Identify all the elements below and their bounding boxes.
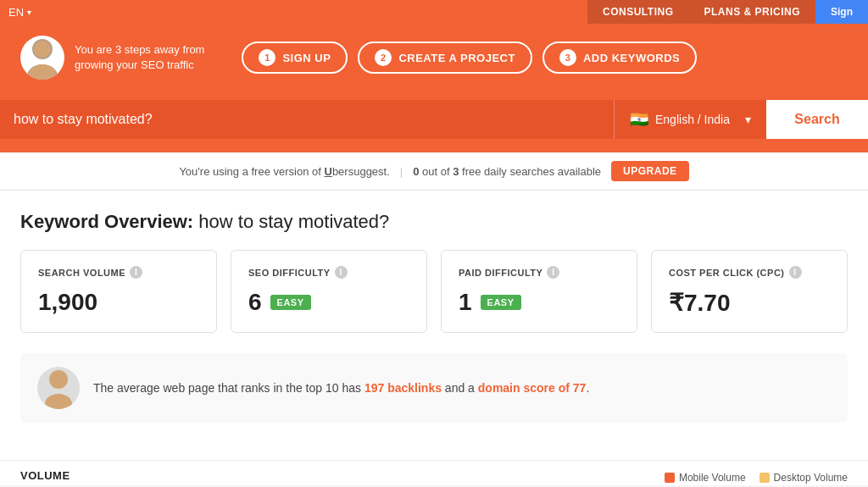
legend-desktop: Desktop Volume <box>760 472 848 484</box>
step-1-button[interactable]: 1 SIGN UP <box>242 42 348 74</box>
volume-legend: Mobile Volume Desktop Volume <box>665 472 848 484</box>
lang-dropdown-icon: ▾ <box>745 113 751 126</box>
tagline-line2: growing your SEO traffic <box>75 58 204 73</box>
search-input-wrap <box>0 100 614 139</box>
paid-difficulty-info-icon[interactable]: i <box>547 266 559 279</box>
insight-avatar-image <box>37 367 80 409</box>
insight-middle: and a <box>442 381 478 395</box>
seo-difficulty-number: 6 <box>248 289 262 316</box>
paid-difficulty-badge: EASY <box>481 295 521 310</box>
metric-card-seo-difficulty: SEO DIFFICULTY i 6 EASY <box>231 250 427 333</box>
banner-text1: You're using a free version of Ubersugge… <box>179 165 389 178</box>
metric-value-seo-difficulty: 6 EASY <box>248 289 409 316</box>
hero-section: You are 3 steps away from growing your S… <box>0 24 868 91</box>
volume-section: VOLUME Mobile Volume Desktop Volume <box>0 460 868 485</box>
search-volume-info-icon[interactable]: i <box>130 266 142 279</box>
cpc-info-icon[interactable]: i <box>789 266 802 279</box>
cpc-number: ₹7.70 <box>669 289 731 317</box>
svg-point-3 <box>29 64 56 80</box>
insight-avatar <box>37 367 80 409</box>
metric-card-cpc: COST PER CLICK (CPC) i ₹7.70 <box>651 250 848 333</box>
insight-row: The average web page that ranks in the t… <box>20 353 848 423</box>
seo-difficulty-badge: EASY <box>270 295 311 310</box>
step-3-num: 3 <box>559 49 576 66</box>
svg-point-4 <box>49 370 68 389</box>
step-3-button[interactable]: 3 ADD KEYWORDS <box>542 42 697 74</box>
metric-card-paid-difficulty: PAID DIFFICULTY i 1 EASY <box>441 250 637 333</box>
metric-label-search-volume: SEARCH VOLUME i <box>38 266 199 279</box>
lang-code: EN <box>8 6 24 19</box>
step-3-label: ADD KEYWORDS <box>583 52 680 64</box>
lang-chevron-icon: ▾ <box>27 8 31 17</box>
desktop-volume-label: Desktop Volume <box>774 472 848 484</box>
insight-domain-score: domain score of 77 <box>478 381 587 395</box>
lang-badge[interactable]: EN ▾ <box>8 6 31 19</box>
insight-prefix: The average web page that ranks in the t… <box>93 381 364 395</box>
pricing-button[interactable]: PLANS & PRICING <box>688 0 815 24</box>
svg-point-5 <box>45 394 72 409</box>
upgrade-button[interactable]: UPGRADE <box>611 161 689 181</box>
hero-avatar-section: You are 3 steps away from growing your S… <box>20 36 204 80</box>
metric-label-seo-difficulty: SEO DIFFICULTY i <box>248 266 409 279</box>
steps-section: 1 SIGN UP 2 CREATE A PROJECT 3 ADD KEYWO… <box>242 42 697 74</box>
hero-tagline: You are 3 steps away from growing your S… <box>75 42 204 73</box>
upgrade-banner: You're using a free version of Ubersugge… <box>0 152 868 191</box>
top-nav: EN ▾ CONSULTING PLANS & PRICING Sign <box>0 0 868 24</box>
svg-point-2 <box>34 41 51 58</box>
metric-cards: SEARCH VOLUME i 1,900 SEO DIFFICULTY i 6… <box>20 250 848 333</box>
mobile-volume-dot <box>665 473 675 483</box>
search-button[interactable]: Search <box>766 100 868 139</box>
paid-difficulty-number: 1 <box>459 289 472 316</box>
metric-label-paid-difficulty: PAID DIFFICULTY i <box>459 266 620 279</box>
search-bar: 🇮🇳 English / India ▾ Search <box>0 91 868 152</box>
volume-title: VOLUME <box>20 469 70 482</box>
search-input[interactable] <box>14 112 600 127</box>
language-selector[interactable]: 🇮🇳 English / India ▾ <box>614 100 766 139</box>
step-1-num: 1 <box>259 49 275 66</box>
desktop-volume-dot <box>760 473 770 483</box>
avatar <box>20 36 64 80</box>
banner-text2: 0 out of 3 free daily searches available <box>413 165 601 178</box>
main-content: Keyword Overview: how to stay motivated?… <box>0 191 868 460</box>
title-keyword: how to stay motivated? <box>198 211 389 232</box>
insight-backlinks: 197 backlinks <box>364 381 442 395</box>
step-2-label: CREATE A PROJECT <box>398 52 515 64</box>
step-2-button[interactable]: 2 CREATE A PROJECT <box>358 42 532 74</box>
lang-label: English / India <box>655 113 730 126</box>
metric-value-search-volume: 1,900 <box>38 289 199 316</box>
legend-mobile: Mobile Volume <box>665 472 746 484</box>
step-2-num: 2 <box>375 49 392 66</box>
title-bold: Keyword Overview: <box>20 211 193 232</box>
top-nav-actions: CONSULTING PLANS & PRICING Sign <box>587 0 868 24</box>
flag-icon: 🇮🇳 <box>630 110 648 129</box>
insight-suffix: . <box>586 381 589 395</box>
insight-text: The average web page that ranks in the t… <box>93 379 589 397</box>
metric-label-cpc: COST PER CLICK (CPC) i <box>669 266 830 279</box>
metric-card-search-volume: SEARCH VOLUME i 1,900 <box>20 250 217 333</box>
seo-difficulty-info-icon[interactable]: i <box>335 266 348 279</box>
banner-divider: | <box>400 165 403 178</box>
tagline-line1: You are 3 steps away from <box>75 42 204 58</box>
keyword-overview-title: Keyword Overview: how to stay motivated? <box>20 211 848 233</box>
consulting-button[interactable]: CONSULTING <box>587 0 688 24</box>
metric-value-cpc: ₹7.70 <box>669 289 830 317</box>
signup-button[interactable]: Sign <box>815 0 868 24</box>
step-1-label: SIGN UP <box>282 52 331 64</box>
search-volume-number: 1,900 <box>38 289 97 316</box>
avatar-image <box>20 36 64 80</box>
mobile-volume-label: Mobile Volume <box>679 472 746 484</box>
metric-value-paid-difficulty: 1 EASY <box>459 289 620 316</box>
